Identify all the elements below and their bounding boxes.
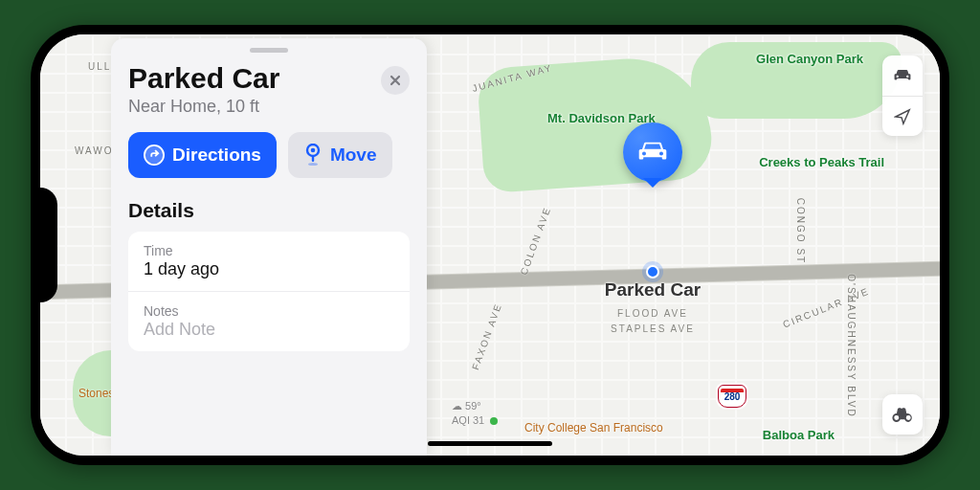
- binoculars-icon: [892, 407, 913, 422]
- trail-label: Creeks to Peaks Trail: [759, 155, 884, 169]
- park-label: Glen Canyon Park: [756, 52, 863, 66]
- directions-icon: [144, 145, 165, 166]
- screen: Glen Canyon Park Mt. Davidson Park Creek…: [40, 34, 940, 456]
- look-around-button[interactable]: [882, 394, 923, 434]
- sheet-grabber[interactable]: [250, 48, 288, 53]
- car-icon: [636, 142, 669, 163]
- move-button[interactable]: Move: [288, 132, 392, 178]
- poi-label: City College San Francisco: [524, 421, 663, 434]
- details-heading: Details: [128, 199, 410, 222]
- park-label: Balboa Park: [763, 428, 835, 442]
- nearby-streets: FLOOD AVE STAPLES AVE: [611, 306, 695, 337]
- notes-placeholder: Add Note: [144, 320, 394, 340]
- svg-rect-4: [312, 155, 314, 162]
- interstate-shield: 280: [718, 385, 746, 408]
- move-label: Move: [330, 145, 377, 166]
- device-notch: [31, 188, 57, 302]
- user-location-dot: [646, 265, 659, 278]
- phone-frame: Glen Canyon Park Mt. Davidson Park Creek…: [31, 25, 949, 465]
- map-controls: [882, 56, 923, 136]
- sheet-title: Parked Car: [128, 62, 279, 95]
- details-card: Time 1 day ago Notes Add Note: [128, 232, 410, 351]
- car-icon: [893, 68, 912, 83]
- directions-button[interactable]: Directions: [128, 132, 277, 178]
- parked-car-pin[interactable]: [623, 122, 682, 197]
- svg-point-5: [308, 163, 318, 166]
- move-pin-icon: [303, 144, 323, 167]
- close-button[interactable]: [381, 66, 410, 95]
- directions-label: Directions: [172, 145, 261, 166]
- detail-row-time: Time 1 day ago: [128, 232, 410, 291]
- time-value: 1 day ago: [144, 259, 394, 279]
- home-indicator[interactable]: [428, 441, 552, 446]
- pin-title: Parked Car: [605, 279, 701, 301]
- detail-row-notes[interactable]: Notes Add Note: [128, 291, 410, 351]
- time-label: Time: [144, 243, 394, 258]
- vehicle-mode-button[interactable]: [882, 56, 923, 96]
- street-label: CONGO ST: [795, 198, 806, 264]
- street-label: O'SHAUGHNESSY BLVD: [845, 274, 856, 417]
- close-icon: [390, 75, 401, 86]
- aqi-indicator: [490, 417, 498, 425]
- place-sheet: Parked Car Near Home, 10 ft Directions M…: [111, 38, 427, 456]
- locate-me-button[interactable]: [882, 96, 923, 136]
- sheet-subtitle: Near Home, 10 ft: [128, 97, 279, 117]
- svg-point-3: [311, 148, 316, 153]
- location-arrow-icon: [894, 108, 911, 125]
- notes-label: Notes: [144, 303, 394, 319]
- weather-widget[interactable]: ☁︎ 59° AQI 31: [452, 399, 498, 427]
